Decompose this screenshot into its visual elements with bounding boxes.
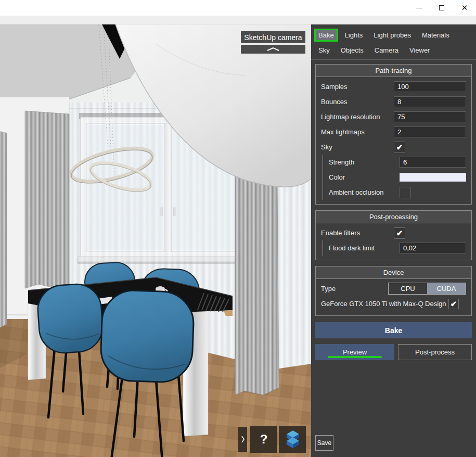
preview-button[interactable]: Preview [315,344,394,360]
sky-label: Sky [321,143,332,151]
samples-input[interactable]: 100 [394,81,466,92]
tab-viewer[interactable]: Viewer [405,44,434,57]
viewport-3d-scene[interactable]: SketchUp camera ? [0,24,311,457]
chevron-right-icon [241,436,245,443]
strength-input[interactable]: 6 [400,157,466,168]
section-post-processing: Post-processing Enable filters ✔ Flood d… [315,210,472,260]
max-lightmaps-input[interactable]: 2 [394,126,466,137]
device-type-cuda[interactable]: CUDA [427,283,466,294]
sky-color-swatch[interactable] [400,173,466,182]
color-label: Color [329,173,345,181]
minimize-button[interactable] [407,0,430,16]
app-window: ✕ [0,0,476,457]
panel-tabs: Bake Lights Light probes Materials Sky O… [311,24,476,59]
device-type-cpu[interactable]: CPU [389,283,427,294]
bake-panel: Bake Lights Light probes Materials Sky O… [311,24,476,457]
section-title: Device [316,266,471,279]
flood-dark-limit-input[interactable]: 0,02 [400,243,466,253]
left-edge-curtain [0,131,7,327]
section-device: Device Type CPU CUDA GeForce GTX 1050 Ti… [315,266,472,316]
check-icon: ✔ [451,299,457,309]
enable-filters-checkbox[interactable]: ✔ [394,227,405,239]
tab-sky[interactable]: Sky [314,44,334,57]
bounces-label: Bounces [321,98,348,106]
section-path-tracing: Path-tracing Samples 100 Bounces 8 Light… [315,64,472,205]
enable-filters-label: Enable filters [321,229,360,237]
sketchup-camera-label: SketchUp camera [244,33,302,42]
device-type-label: Type [321,285,336,293]
section-title: Post-processing [316,211,471,223]
tab-materials[interactable]: Materials [418,29,454,42]
flood-dark-limit-label: Flood dark limit [329,244,375,252]
maximize-icon [439,5,444,10]
chevron-up-icon [266,47,280,52]
sketchup-camera-button[interactable]: SketchUp camera [241,31,305,43]
collapse-camera-bar[interactable] [241,45,305,54]
strength-label: Strength [329,158,354,166]
section-title: Path-tracing [316,65,471,77]
extension-logo [282,429,302,450]
extension-logo-button[interactable] [279,426,306,453]
left-drape [25,111,69,288]
tab-bake[interactable]: Bake [314,29,338,42]
help-button[interactable]: ? [250,426,277,453]
preview-active-underline [328,356,382,358]
help-label: ? [260,432,268,447]
save-button[interactable]: Save [315,435,333,451]
rendered-room-image [0,24,311,457]
ambient-occlusion-label: Ambient occlusion [329,188,384,196]
gpu-name-label: GeForce GTX 1050 Ti with Max-Q Design [321,300,446,308]
max-lightmaps-label: Max lightmaps [321,128,365,136]
expand-toolbar-button[interactable] [238,427,247,452]
tab-objects[interactable]: Objects [337,44,368,57]
bake-button[interactable]: Bake [315,322,472,338]
sky-checkbox[interactable]: ✔ [394,142,405,153]
ambient-occlusion-checkbox[interactable] [400,187,411,198]
menu-strip [0,16,476,24]
check-icon: ✔ [396,143,403,152]
lightmap-resolution-label: Lightmap resolution [321,113,380,121]
tab-lights[interactable]: Lights [341,29,367,42]
device-type-switch: CPU CUDA [388,283,466,295]
close-icon: ✕ [461,3,468,12]
bounces-input[interactable]: 8 [394,96,466,107]
post-process-button[interactable]: Post-process [398,344,472,360]
samples-label: Samples [321,83,348,91]
gpu-checkbox[interactable]: ✔ [448,299,459,309]
lightmap-resolution-input[interactable]: 75 [394,111,466,122]
check-icon: ✔ [396,228,403,238]
preview-label: Preview [343,348,367,356]
maximize-button[interactable] [430,0,453,16]
titlebar: ✕ [0,0,476,16]
close-button[interactable]: ✕ [453,0,476,16]
tab-light-probes[interactable]: Light probes [369,29,415,42]
minimize-icon [416,8,422,8]
tab-camera[interactable]: Camera [370,44,403,57]
